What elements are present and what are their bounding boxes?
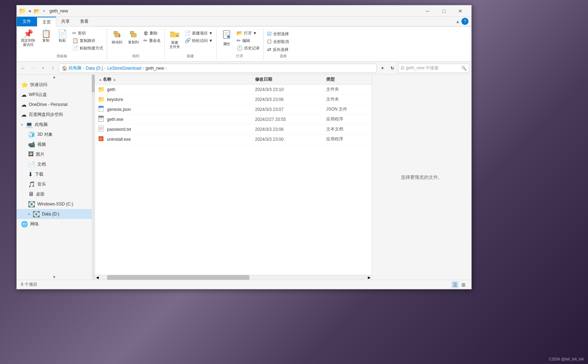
downloads-icon: ⬇ (28, 171, 33, 178)
recent-button[interactable]: ▾ (39, 64, 47, 73)
search-placeholder: 在 geth_new 中搜索 (401, 65, 461, 71)
breadcrumb-part-0[interactable]: 此电脑 (69, 65, 81, 71)
search-box[interactable]: 在 geth_new 中搜索 🔍 (398, 64, 469, 73)
sidebar-item-3d[interactable]: 🧊 3D 对象 (17, 129, 95, 139)
sidebar-item-video[interactable]: 📹 视频 (17, 139, 95, 149)
col-header-type[interactable]: 类型 (326, 76, 369, 82)
col-header-date[interactable]: 修改日期 (255, 76, 326, 82)
sidebar-item-wps[interactable]: ☁ WPS云盘 (17, 90, 95, 100)
pictures-icon: 🖼 (28, 151, 34, 157)
sidebar-item-pictures[interactable]: 🖼 图片 (17, 149, 95, 159)
sidebar-item-downloads[interactable]: ⬇ 下载 (17, 169, 95, 179)
dropdown-arrow[interactable]: ▾ (41, 8, 47, 14)
table-row[interactable]: 📁 geth 2024/3/3 23:10 文件夹 (95, 85, 372, 95)
pin-label: 固定到快速访问 (21, 38, 35, 47)
tab-home[interactable]: 主页 (37, 17, 56, 27)
hscroll-right-btn[interactable]: ▶ (367, 275, 372, 279)
refresh-button[interactable]: ↻ (388, 64, 397, 73)
tab-share[interactable]: 共享 (56, 17, 75, 26)
up-button[interactable]: ↑ (49, 64, 57, 73)
breadcrumb-part-2[interactable]: LeStoreDownload (107, 66, 141, 71)
back-button[interactable]: ← (19, 64, 27, 73)
sidebar-item-network[interactable]: 🌐 网络 (17, 219, 95, 229)
tab-file[interactable]: 文件 (17, 17, 37, 26)
table-row[interactable]: { } genesis.json 2024/3/3 23:07 JSON 文件 (95, 105, 372, 114)
minimize-button[interactable]: ─ (419, 5, 436, 17)
forward-button[interactable]: → (29, 64, 37, 73)
pin-button[interactable]: 📌 固定到快速访问 (19, 29, 37, 48)
sidebar-item-quick-access[interactable]: ⭐ 快速访问 (17, 80, 95, 90)
paste-button[interactable]: 📄 粘贴 (54, 29, 70, 44)
status-count: 6 个项目 (21, 282, 37, 288)
sidebar-item-windows-ssd[interactable]: 💽 Windows-SSD (C:) (17, 199, 95, 209)
tab-view[interactable]: 查看 (75, 17, 94, 26)
copy-path-button[interactable]: 📋 复制路径 (71, 37, 105, 44)
hscroll-left-btn[interactable]: ◀ (95, 275, 100, 279)
file-date-1: 2024/3/3 23:06 (255, 97, 326, 102)
horizontal-scrollbar[interactable]: ◀ ▶ (95, 275, 372, 280)
delete-button[interactable]: 🗑 删除 (142, 30, 162, 37)
copy-label: 复制 (42, 38, 49, 43)
edit-button[interactable]: ✏ 编辑 (235, 37, 261, 44)
wps-icon: ☁ (21, 91, 27, 98)
ribbon-up-icon[interactable]: ▲ (455, 19, 460, 24)
file-type-4: 文本文档 (326, 126, 369, 132)
open-button[interactable]: 📂 打开 ▼ (235, 30, 261, 37)
table-row[interactable]: geth.exe 2024/2/27 20:55 应用程序 (95, 114, 372, 124)
sidebar-item-this-pc[interactable]: ▾ 💻 此电脑 (17, 119, 95, 129)
select-all-button[interactable]: ☑ 全部选择 (266, 30, 290, 37)
folder-icon-keystore: 📁 (98, 96, 105, 103)
cut-button[interactable]: ✂ 剪切 (71, 30, 105, 37)
sidebar-scroll-down[interactable]: ▼ (17, 275, 92, 280)
copy-button[interactable]: 📋 复制 (38, 29, 54, 44)
pc-icon: 💻 (26, 121, 33, 128)
hscroll-track[interactable] (100, 275, 367, 280)
breadcrumb-dropdown[interactable]: ▾ (378, 64, 387, 73)
network-icon: 🌐 (21, 221, 28, 228)
video-icon: 📹 (28, 141, 35, 148)
new-label: 新建 (167, 54, 214, 59)
sidebar-item-baidu[interactable]: ☁ 百度网盘同步空间 (17, 109, 95, 119)
copy-icon: 📋 (41, 30, 51, 38)
ribbon-tabs: 文件 主页 共享 查看 ▲ ? (17, 17, 471, 27)
rename-button[interactable]: ✏ 重命名 (142, 37, 162, 44)
copy-to-button[interactable]: 复制到 (126, 29, 141, 46)
hscroll-thumb[interactable] (107, 275, 249, 280)
sidebar-item-music[interactable]: 🎵 音乐 (17, 179, 95, 189)
easy-access-button[interactable]: 🔗 轻松访问 ▼ (183, 37, 214, 44)
sidebar-item-onedrive[interactable]: ☁ OneDrive - Personal (17, 100, 95, 109)
table-row[interactable]: X uninstall.exe 2024/3/3 23:00 应用程序 (95, 134, 372, 144)
sidebar-item-data-d[interactable]: ▾ 💽 Data (D:) (17, 209, 95, 219)
list-view-button[interactable]: ☰ (451, 281, 459, 288)
sidebar-scroll-up[interactable]: ▲ (17, 75, 92, 80)
table-row[interactable]: password.txt 2024/3/3 23:06 文本文档 (95, 124, 372, 134)
new-item-button[interactable]: 📄 新建项目 ▼ (183, 30, 214, 37)
grid-view-button[interactable]: ⊞ (460, 281, 467, 288)
breadcrumb[interactable]: 🏠 此电脑 › Data (D:) › LeStoreDownload › ge… (59, 64, 377, 73)
history-button[interactable]: 🕐 历史记录 (235, 44, 261, 52)
file-name-0: geth (107, 87, 255, 92)
sidebar-item-documents[interactable]: 📄 文档 (17, 159, 95, 169)
properties-button[interactable]: ✓ 属性 (219, 29, 234, 47)
new-folder-label: 新建文件夹 (169, 41, 180, 49)
pin-icon: 📌 (23, 30, 33, 38)
sidebar-item-desktop[interactable]: 🖥 桌面 (17, 189, 95, 199)
table-row[interactable]: 📁 keystore 2024/3/3 23:06 文件夹 (95, 95, 372, 105)
move-to-button[interactable]: 移动到 (109, 29, 125, 46)
breadcrumb-part-1[interactable]: Data (D:) (86, 66, 103, 71)
open-buttons: ✓ 属性 📂 打开 ▼ ✏ 编辑 (219, 29, 261, 53)
open-icon: 📂 (237, 30, 243, 36)
deselect-all-button[interactable]: ☐ 全部取消 (266, 38, 290, 45)
maximize-button[interactable]: □ (436, 5, 452, 17)
open-group: ✓ 属性 📂 打开 ▼ ✏ 编辑 (217, 28, 264, 60)
file-name-4: password.txt (107, 127, 255, 132)
invert-select-button[interactable]: ⇄ 反向选择 (266, 46, 290, 53)
paste-shortcut-button[interactable]: 📄 粘贴快捷方式 (71, 44, 105, 52)
ribbon-help-icon[interactable]: ? (461, 18, 468, 25)
col-header-name[interactable]: 名称 ▲ (103, 76, 255, 82)
file-type-3: 应用程序 (326, 116, 369, 122)
breadcrumb-part-3[interactable]: geth_new (145, 66, 164, 71)
close-button[interactable]: ✕ (452, 5, 468, 17)
new-folder-button[interactable]: + 新建文件夹 (167, 29, 182, 50)
uninstall-icon: X (98, 135, 105, 143)
